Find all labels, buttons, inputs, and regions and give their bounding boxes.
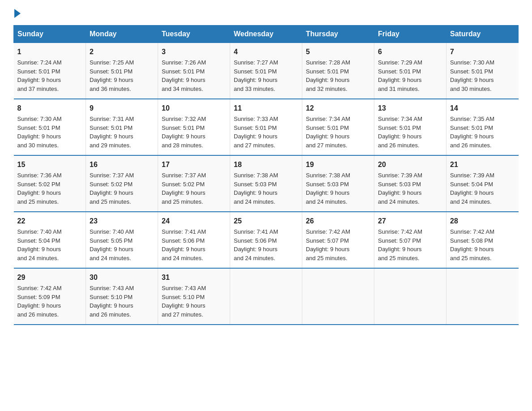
calendar-cell: 30Sunrise: 7:43 AMSunset: 5:10 PMDayligh… (86, 268, 158, 325)
calendar-cell: 24Sunrise: 7:41 AMSunset: 5:06 PMDayligh… (158, 212, 230, 268)
day-number: 16 (90, 159, 154, 170)
calendar-cell: 18Sunrise: 7:38 AMSunset: 5:03 PMDayligh… (230, 155, 302, 212)
calendar-cell: 11Sunrise: 7:33 AMSunset: 5:01 PMDayligh… (230, 99, 302, 155)
day-number: 31 (162, 272, 226, 283)
day-number: 15 (17, 159, 82, 170)
day-info: Sunrise: 7:38 AMSunset: 5:03 PMDaylight:… (306, 172, 350, 205)
day-info: Sunrise: 7:42 AMSunset: 5:07 PMDaylight:… (378, 228, 422, 261)
day-info: Sunrise: 7:34 AMSunset: 5:01 PMDaylight:… (378, 116, 422, 149)
day-info: Sunrise: 7:30 AMSunset: 5:01 PMDaylight:… (17, 116, 62, 149)
day-info: Sunrise: 7:33 AMSunset: 5:01 PMDaylight:… (234, 116, 278, 149)
day-number: 6 (378, 47, 442, 57)
day-info: Sunrise: 7:34 AMSunset: 5:01 PMDaylight:… (306, 116, 350, 149)
day-number: 11 (234, 103, 298, 114)
calendar-cell (446, 268, 519, 325)
day-info: Sunrise: 7:36 AMSunset: 5:02 PMDaylight:… (17, 172, 62, 205)
calendar-cell: 2Sunrise: 7:25 AMSunset: 5:01 PMDaylight… (86, 43, 158, 99)
header-sunday: Sunday (14, 26, 86, 43)
day-info: Sunrise: 7:32 AMSunset: 5:01 PMDaylight:… (162, 116, 206, 149)
calendar-cell: 10Sunrise: 7:32 AMSunset: 5:01 PMDayligh… (158, 99, 230, 155)
calendar-header-row: SundayMondayTuesdayWednesdayThursdayFrid… (14, 26, 519, 43)
day-info: Sunrise: 7:31 AMSunset: 5:01 PMDaylight:… (90, 116, 134, 149)
day-info: Sunrise: 7:25 AMSunset: 5:01 PMDaylight:… (90, 59, 134, 92)
calendar-cell: 1Sunrise: 7:24 AMSunset: 5:01 PMDaylight… (14, 43, 86, 99)
day-number: 14 (450, 103, 515, 114)
day-info: Sunrise: 7:29 AMSunset: 5:01 PMDaylight:… (378, 59, 422, 92)
calendar-cell: 28Sunrise: 7:42 AMSunset: 5:08 PMDayligh… (446, 212, 519, 268)
calendar-cell: 13Sunrise: 7:34 AMSunset: 5:01 PMDayligh… (374, 99, 446, 155)
day-info: Sunrise: 7:38 AMSunset: 5:03 PMDaylight:… (234, 172, 278, 205)
calendar-cell: 21Sunrise: 7:39 AMSunset: 5:04 PMDayligh… (446, 155, 519, 212)
day-info: Sunrise: 7:26 AMSunset: 5:01 PMDaylight:… (162, 59, 206, 92)
calendar-cell: 20Sunrise: 7:39 AMSunset: 5:03 PMDayligh… (374, 155, 446, 212)
day-info: Sunrise: 7:40 AMSunset: 5:05 PMDaylight:… (90, 228, 134, 261)
calendar-cell: 5Sunrise: 7:28 AMSunset: 5:01 PMDaylight… (302, 43, 374, 99)
calendar-cell: 26Sunrise: 7:42 AMSunset: 5:07 PMDayligh… (302, 212, 374, 268)
day-number: 13 (378, 103, 442, 114)
calendar-cell: 7Sunrise: 7:30 AMSunset: 5:01 PMDaylight… (446, 43, 519, 99)
day-number: 9 (90, 103, 154, 114)
calendar-cell: 15Sunrise: 7:36 AMSunset: 5:02 PMDayligh… (14, 155, 86, 212)
day-number: 4 (234, 47, 298, 57)
week-row-2: 8Sunrise: 7:30 AMSunset: 5:01 PMDaylight… (14, 99, 519, 155)
page-header (13, 9, 519, 16)
day-info: Sunrise: 7:41 AMSunset: 5:06 PMDaylight:… (162, 228, 206, 261)
day-number: 23 (90, 216, 154, 227)
day-info: Sunrise: 7:35 AMSunset: 5:01 PMDaylight:… (450, 116, 494, 149)
calendar-cell: 3Sunrise: 7:26 AMSunset: 5:01 PMDaylight… (158, 43, 230, 99)
day-info: Sunrise: 7:42 AMSunset: 5:08 PMDaylight:… (450, 228, 494, 261)
day-number: 5 (306, 47, 370, 57)
calendar-table: SundayMondayTuesdayWednesdayThursdayFrid… (13, 25, 519, 325)
day-number: 10 (162, 103, 226, 114)
day-info: Sunrise: 7:30 AMSunset: 5:01 PMDaylight:… (450, 59, 494, 92)
day-info: Sunrise: 7:41 AMSunset: 5:06 PMDaylight:… (234, 228, 278, 261)
day-number: 21 (450, 159, 515, 170)
day-info: Sunrise: 7:43 AMSunset: 5:10 PMDaylight:… (162, 285, 206, 318)
day-number: 18 (234, 159, 298, 170)
calendar-cell: 25Sunrise: 7:41 AMSunset: 5:06 PMDayligh… (230, 212, 302, 268)
day-number: 22 (17, 216, 82, 227)
calendar-cell: 16Sunrise: 7:37 AMSunset: 5:02 PMDayligh… (86, 155, 158, 212)
day-number: 28 (450, 216, 515, 227)
calendar-cell: 31Sunrise: 7:43 AMSunset: 5:10 PMDayligh… (158, 268, 230, 325)
day-number: 29 (17, 272, 82, 283)
day-number: 27 (378, 216, 442, 227)
week-row-3: 15Sunrise: 7:36 AMSunset: 5:02 PMDayligh… (14, 155, 519, 212)
calendar-cell (302, 268, 374, 325)
day-info: Sunrise: 7:37 AMSunset: 5:02 PMDaylight:… (90, 172, 134, 205)
day-number: 24 (162, 216, 226, 227)
day-number: 17 (162, 159, 226, 170)
calendar-cell: 19Sunrise: 7:38 AMSunset: 5:03 PMDayligh… (302, 155, 374, 212)
calendar-cell: 12Sunrise: 7:34 AMSunset: 5:01 PMDayligh… (302, 99, 374, 155)
day-number: 3 (162, 47, 226, 57)
logo (13, 9, 21, 16)
day-info: Sunrise: 7:24 AMSunset: 5:01 PMDaylight:… (17, 59, 62, 92)
calendar-cell: 6Sunrise: 7:29 AMSunset: 5:01 PMDaylight… (374, 43, 446, 99)
day-number: 19 (306, 159, 370, 170)
day-number: 25 (234, 216, 298, 227)
calendar-cell: 8Sunrise: 7:30 AMSunset: 5:01 PMDaylight… (14, 99, 86, 155)
calendar-cell: 4Sunrise: 7:27 AMSunset: 5:01 PMDaylight… (230, 43, 302, 99)
day-info: Sunrise: 7:42 AMSunset: 5:07 PMDaylight:… (306, 228, 350, 261)
day-info: Sunrise: 7:28 AMSunset: 5:01 PMDaylight:… (306, 59, 350, 92)
day-info: Sunrise: 7:39 AMSunset: 5:03 PMDaylight:… (378, 172, 422, 205)
day-number: 7 (450, 47, 515, 57)
calendar-cell: 23Sunrise: 7:40 AMSunset: 5:05 PMDayligh… (86, 212, 158, 268)
day-info: Sunrise: 7:27 AMSunset: 5:01 PMDaylight:… (234, 59, 278, 92)
day-info: Sunrise: 7:39 AMSunset: 5:04 PMDaylight:… (450, 172, 494, 205)
calendar-cell: 9Sunrise: 7:31 AMSunset: 5:01 PMDaylight… (86, 99, 158, 155)
day-number: 1 (17, 47, 82, 57)
header-wednesday: Wednesday (230, 26, 302, 43)
calendar-cell: 29Sunrise: 7:42 AMSunset: 5:09 PMDayligh… (14, 268, 86, 325)
calendar-cell: 27Sunrise: 7:42 AMSunset: 5:07 PMDayligh… (374, 212, 446, 268)
logo-arrow-icon (14, 9, 21, 18)
day-number: 20 (378, 159, 442, 170)
header-friday: Friday (374, 26, 446, 43)
day-info: Sunrise: 7:40 AMSunset: 5:04 PMDaylight:… (17, 228, 62, 261)
day-info: Sunrise: 7:43 AMSunset: 5:10 PMDaylight:… (90, 285, 134, 318)
header-thursday: Thursday (302, 26, 374, 43)
calendar-cell: 17Sunrise: 7:37 AMSunset: 5:02 PMDayligh… (158, 155, 230, 212)
header-saturday: Saturday (446, 26, 519, 43)
day-number: 30 (90, 272, 154, 283)
week-row-1: 1Sunrise: 7:24 AMSunset: 5:01 PMDaylight… (14, 43, 519, 99)
